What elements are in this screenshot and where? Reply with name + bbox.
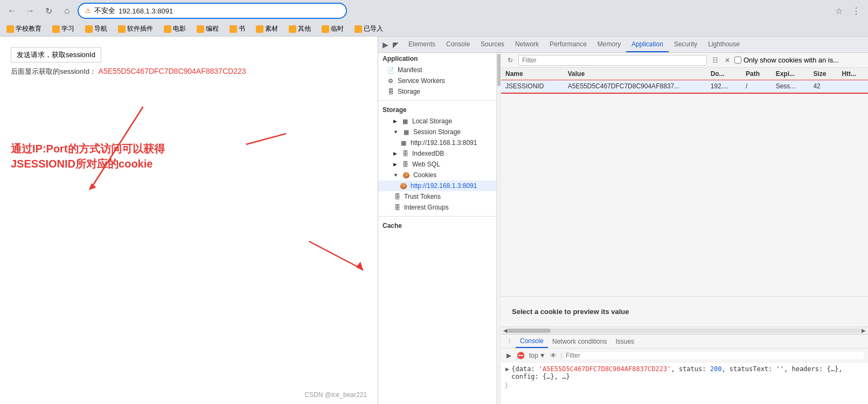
- console-block-btn[interactable]: ⛔: [516, 351, 526, 360]
- tab-security[interactable]: Security: [669, 37, 703, 52]
- filter-input[interactable]: [518, 55, 707, 66]
- eye-icon[interactable]: 👁: [549, 351, 558, 360]
- bookmark-qita[interactable]: 其他: [287, 23, 313, 34]
- bookmark-xuexi[interactable]: 学习: [50, 23, 77, 34]
- console-execute-btn[interactable]: ▶: [505, 351, 512, 360]
- arrows-overlay: [0, 37, 378, 404]
- scroll-right-btn[interactable]: ▶: [862, 328, 866, 333]
- sidebar-cookies[interactable]: ▼ 🍪 Cookies: [378, 170, 496, 180]
- filter-icon[interactable]: ☷: [710, 55, 720, 65]
- console-area: ⋮ Console Network conditions Issues ▶ ⛔ …: [501, 334, 868, 404]
- cell-httponly: [837, 80, 868, 93]
- tab-performance[interactable]: Performance: [544, 37, 592, 52]
- cell-name: JSESSIONID: [501, 80, 564, 93]
- top-label: top: [529, 352, 538, 359]
- tab-lighthouse[interactable]: Lighthouse: [703, 37, 745, 52]
- tab-network[interactable]: Network: [510, 37, 544, 52]
- inspect-icon[interactable]: ▶: [381, 39, 390, 50]
- bookmark-daohang[interactable]: 导航: [83, 23, 109, 34]
- bookmark-biancheng[interactable]: 编程: [195, 23, 221, 34]
- sidebar-session-storage[interactable]: ▼ ▦ Session Storage: [378, 127, 496, 137]
- sidebar-cache-header: Cache: [378, 220, 496, 232]
- sidebar-service-workers[interactable]: ⚙ Service Workers: [378, 75, 496, 86]
- svg-marker-3: [356, 262, 364, 271]
- bookmark-sucai[interactable]: 素材: [254, 23, 280, 34]
- console-tab-issues[interactable]: Issues: [611, 336, 638, 347]
- cookie-table-body: JSESSIONID A5E55D5C467DFC7D8C904AF8837..…: [501, 80, 868, 93]
- top-select[interactable]: top ▼: [529, 352, 546, 359]
- reload-button[interactable]: ↻: [505, 55, 515, 65]
- session-line: 后面显示获取的sessionId： A5E55D5C467DFC7D8C904A…: [11, 67, 367, 76]
- session-storage-item-icon: ▦: [400, 139, 407, 147]
- folder-icon: [52, 25, 60, 33]
- col-value: Value: [564, 68, 706, 80]
- bookmark-button[interactable]: ☆: [831, 3, 846, 18]
- bookmark-dianying[interactable]: 电影: [162, 23, 188, 34]
- back-button[interactable]: ←: [4, 3, 19, 18]
- home-button[interactable]: ⌂: [59, 3, 74, 18]
- refresh-button[interactable]: ↻: [41, 3, 56, 18]
- sidebar-indexed-db[interactable]: ▶ 🗄 IndexedDB: [378, 148, 496, 159]
- sidebar-cookies-item[interactable]: 🍪 http://192.168.1.3:8091: [378, 180, 496, 191]
- console-toolbar: ▶ ⛔ top ▼ 👁 |: [501, 349, 868, 363]
- tab-memory[interactable]: Memory: [592, 37, 626, 52]
- forward-button[interactable]: →: [23, 3, 38, 18]
- cell-value: A5E55D5C467DFC7D8C904AF8837...: [564, 80, 706, 93]
- expand-arrow-icon[interactable]: ▶: [505, 365, 509, 373]
- cookie-table-header: Name Value Do... Path Expi... Size Htt..…: [501, 68, 868, 80]
- sidebar-divider2: [378, 216, 496, 217]
- local-storage-icon: ▦: [401, 117, 409, 125]
- device-icon[interactable]: ◤: [392, 39, 400, 50]
- sidebar-scroll-thumb: [497, 54, 501, 86]
- send-request-button[interactable]: 发送请求，获取sessionId: [11, 47, 101, 62]
- folder-icon: [164, 25, 171, 33]
- folder-icon: [230, 25, 237, 33]
- show-cookies-checkbox[interactable]: [734, 57, 741, 64]
- indexed-db-icon: 🗄: [401, 150, 409, 157]
- folder-icon: [85, 25, 93, 33]
- horizontal-scrollbar[interactable]: ◀ ▶: [501, 326, 868, 334]
- sidebar-interest-groups[interactable]: 🗄 Interest Groups: [378, 202, 496, 213]
- col-expires: Expi...: [772, 68, 809, 80]
- console-menu-btn[interactable]: ⋮: [503, 337, 516, 346]
- console-divider: |: [561, 351, 563, 359]
- tab-console[interactable]: Console: [441, 37, 475, 52]
- sidebar-manifest[interactable]: 📄 Manifest: [378, 65, 496, 75]
- folder-icon: [256, 25, 263, 33]
- console-filter-input[interactable]: [566, 352, 864, 359]
- cookie-table-container: Name Value Do... Path Expi... Size Htt..…: [501, 68, 868, 296]
- console-tab-network[interactable]: Network conditions: [548, 336, 611, 347]
- tab-sources[interactable]: Sources: [475, 37, 510, 52]
- sidebar-session-storage-item[interactable]: ▦ http://192.168.1.3:8091: [378, 137, 496, 148]
- col-size: Size: [809, 68, 837, 80]
- address-bar[interactable]: ⚠ 不安全 192.168.1.3:8091: [78, 3, 347, 19]
- col-name: Name: [501, 68, 564, 80]
- interest-groups-icon: 🗄: [393, 204, 401, 211]
- annotation-line1: 通过IP:Port的方式访问可以获得: [11, 141, 367, 156]
- bookmark-xuexiao[interactable]: 学校教育: [4, 23, 44, 34]
- bookmark-yidaoru[interactable]: 已导入: [352, 23, 385, 34]
- bookmark-ruanjian[interactable]: 软件插件: [116, 23, 155, 34]
- sidebar-storage-item[interactable]: 🗄 Storage: [378, 86, 496, 97]
- menu-button[interactable]: ⋮: [849, 3, 864, 18]
- bookmark-shu[interactable]: 书: [227, 23, 247, 34]
- console-log-line: ▶ {data: 'A5E55D5C467DFC7D8C904AF8837CD2…: [505, 365, 864, 381]
- sidebar-scrollbar[interactable]: [497, 53, 501, 404]
- console-tab-console[interactable]: Console: [516, 335, 548, 348]
- num-value: 200: [710, 365, 722, 373]
- cookie-preview-text: Select a cookie to preview its value: [512, 308, 629, 316]
- annotation-text: 通过IP:Port的方式访问可以获得 JSESSIONID所对应的cookie: [11, 141, 367, 171]
- bookmark-linshi[interactable]: 临时: [320, 23, 346, 34]
- trust-tokens-icon: 🗄: [393, 193, 401, 200]
- sidebar-local-storage[interactable]: ▶ ▦ Local Storage: [378, 116, 496, 127]
- console-chevron-icon: 〉: [505, 381, 508, 389]
- table-row[interactable]: JSESSIONID A5E55D5C467DFC7D8C904AF8837..…: [501, 80, 868, 93]
- sidebar-trust-tokens[interactable]: 🗄 Trust Tokens: [378, 191, 496, 202]
- clear-icon[interactable]: ✕: [723, 55, 732, 65]
- console-content: ▶ {data: 'A5E55D5C467DFC7D8C904AF8837CD2…: [501, 363, 868, 404]
- scroll-left-btn[interactable]: ◀: [503, 328, 508, 333]
- tab-elements[interactable]: Elements: [403, 37, 441, 52]
- tab-application[interactable]: Application: [626, 37, 669, 52]
- sidebar-web-sql[interactable]: ▶ 🗄 Web SQL: [378, 159, 496, 170]
- bookmarks-bar: 学校教育 学习 导航 软件插件 电影 编程 书 素材: [0, 22, 868, 37]
